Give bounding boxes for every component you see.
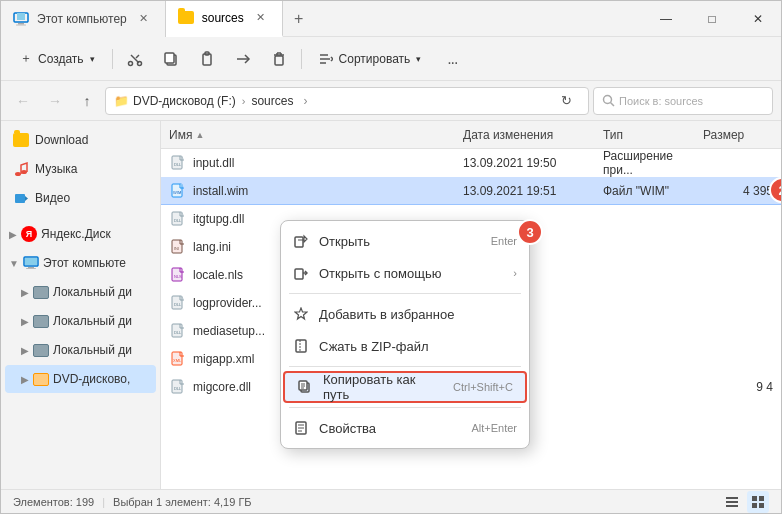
sidebar-item-video[interactable]: Видео bbox=[5, 184, 156, 212]
svg-point-6 bbox=[128, 61, 132, 65]
svg-text:DLL: DLL bbox=[174, 386, 182, 391]
sidebar-item-local1[interactable]: ▶ Локальный ди bbox=[5, 278, 156, 306]
svg-text:XML: XML bbox=[173, 358, 182, 363]
forward-button[interactable]: → bbox=[41, 87, 69, 115]
address-box[interactable]: 📁 DVD-дисковод (F:) › sources › ↻ bbox=[105, 87, 589, 115]
col-header-size[interactable]: Размер bbox=[703, 128, 773, 142]
expand-icon-yandex: ▶ bbox=[9, 229, 17, 240]
svg-rect-24 bbox=[15, 194, 25, 203]
expand-icon-computer: ▼ bbox=[9, 258, 19, 269]
refresh-button[interactable]: ↻ bbox=[552, 87, 580, 115]
sort-button[interactable]: Сортировать ▾ bbox=[308, 43, 433, 75]
svg-rect-56 bbox=[295, 269, 303, 279]
file-name-lang: lang.ini bbox=[193, 240, 231, 254]
details-view-button[interactable] bbox=[721, 491, 743, 513]
sort-label: Сортировать bbox=[339, 52, 411, 66]
toolbar: ＋ Создать ▾ bbox=[1, 37, 781, 81]
create-button[interactable]: ＋ Создать ▾ bbox=[9, 43, 106, 75]
sources-tab-icon bbox=[178, 10, 194, 26]
col-name-label: Имя bbox=[169, 128, 192, 142]
back-button[interactable]: ← bbox=[9, 87, 37, 115]
copy-button[interactable] bbox=[155, 43, 187, 75]
search-placeholder: Поиск в: sources bbox=[619, 95, 703, 107]
svg-rect-9 bbox=[165, 53, 174, 63]
trash-icon bbox=[271, 51, 287, 67]
sidebar-item-yandex[interactable]: ▶ Я Яндекс.Диск bbox=[5, 220, 156, 248]
minimize-button[interactable]: — bbox=[643, 1, 689, 37]
up-button[interactable]: ↑ bbox=[73, 87, 101, 115]
sidebar-item-music-label: Музыка bbox=[35, 162, 77, 176]
delete-button[interactable] bbox=[263, 43, 295, 75]
share-button[interactable] bbox=[227, 43, 259, 75]
file-list-header: Имя ▲ Дата изменения Тип Размер bbox=[161, 121, 781, 149]
paste-button[interactable] bbox=[191, 43, 223, 75]
maximize-button[interactable]: □ bbox=[689, 1, 735, 37]
svg-text:DLL: DLL bbox=[174, 302, 182, 307]
svg-rect-55 bbox=[295, 237, 303, 247]
col-date-label: Дата изменения bbox=[463, 128, 553, 142]
cut-button[interactable] bbox=[119, 43, 151, 75]
ctx-zip[interactable]: Сжать в ZIP-файл bbox=[281, 330, 529, 362]
tab-sources[interactable]: sources ✕ bbox=[166, 1, 283, 37]
create-icon: ＋ bbox=[20, 50, 32, 67]
address-sep1: › bbox=[242, 95, 246, 107]
step-badge-3: 3 bbox=[517, 219, 543, 245]
file-row-install-wim[interactable]: WIM install.wim 13.09.2021 19:51 Файл "W… bbox=[161, 177, 781, 205]
status-items-count: Элементов: 199 bbox=[13, 496, 94, 508]
file-name-input-dll: input.dll bbox=[193, 156, 234, 170]
ctx-open-with[interactable]: Открыть с помощью › bbox=[281, 257, 529, 289]
col-header-date[interactable]: Дата изменения bbox=[463, 128, 603, 142]
ctx-copy-path-label: Копировать как путь bbox=[323, 372, 443, 402]
more-button[interactable]: ... bbox=[436, 43, 468, 75]
tab-my-computer[interactable]: Этот компьютер ✕ bbox=[1, 1, 166, 37]
ctx-open[interactable]: Открыть Enter bbox=[281, 225, 529, 257]
star-icon bbox=[293, 306, 309, 322]
new-tab-button[interactable]: + bbox=[283, 3, 315, 35]
file-size-migcore: 9 4 bbox=[703, 380, 773, 394]
window-controls: — □ ✕ bbox=[643, 1, 781, 37]
svg-text:NLS: NLS bbox=[174, 274, 182, 279]
svg-rect-50 bbox=[726, 505, 738, 507]
search-icon bbox=[602, 94, 615, 107]
ctx-divider-1 bbox=[289, 293, 521, 294]
sidebar-item-dvd[interactable]: ▶ DVD-дисково, bbox=[5, 365, 156, 393]
sidebar-local1-label: Локальный ди bbox=[53, 285, 132, 299]
col-header-name[interactable]: Имя ▲ bbox=[169, 128, 463, 142]
col-header-type[interactable]: Тип bbox=[603, 128, 703, 142]
file-name-itgtupg: itgtupg.dll bbox=[193, 212, 244, 226]
ctx-favorite[interactable]: Добавить в избранное bbox=[281, 298, 529, 330]
address-part1: DVD-дисковод (F:) bbox=[133, 94, 236, 108]
toolbar-divider-2 bbox=[301, 49, 302, 69]
svg-point-7 bbox=[137, 61, 141, 65]
file-size-install-wim: 4 395 bbox=[703, 184, 773, 198]
file-date-input-dll: 13.09.2021 19:50 bbox=[463, 156, 603, 170]
search-box[interactable]: Поиск в: sources bbox=[593, 87, 773, 115]
expand-icon-local2: ▶ bbox=[21, 316, 29, 327]
svg-point-22 bbox=[15, 172, 21, 176]
expand-icon-local3: ▶ bbox=[21, 345, 29, 356]
more-icon: ... bbox=[447, 50, 457, 68]
svg-text:DLL: DLL bbox=[174, 218, 182, 223]
statusbar: Элементов: 199 | Выбран 1 элемент: 4,19 … bbox=[1, 489, 781, 513]
file-name-logprovider: logprovider... bbox=[193, 296, 262, 310]
sidebar-item-local2[interactable]: ▶ Локальный ди bbox=[5, 307, 156, 335]
sidebar-item-video-label: Видео bbox=[35, 191, 70, 205]
file-name-mediasetup: mediasetup... bbox=[193, 324, 265, 338]
file-row-input-dll[interactable]: DLL input.dll 13.09.2021 19:50 Расширени… bbox=[161, 149, 781, 177]
sidebar-item-computer[interactable]: ▼ Этот компьюте bbox=[5, 249, 156, 277]
svg-rect-52 bbox=[759, 496, 764, 501]
sidebar-item-local3[interactable]: ▶ Локальный ди bbox=[5, 336, 156, 364]
list-view-button[interactable] bbox=[747, 491, 769, 513]
ctx-copy-path[interactable]: Копировать как путь Ctrl+Shift+C 3 bbox=[283, 371, 527, 403]
open-with-icon bbox=[293, 265, 309, 281]
sidebar-item-music[interactable]: Музыка bbox=[5, 155, 156, 183]
close-button[interactable]: ✕ bbox=[735, 1, 781, 37]
sidebar-item-download[interactable]: Download bbox=[5, 126, 156, 154]
ctx-favorite-label: Добавить в избранное bbox=[319, 307, 517, 322]
sidebar-dvd-label: DVD-дисково, bbox=[53, 372, 130, 386]
address-chevron[interactable]: › bbox=[297, 93, 313, 109]
tab-my-computer-close[interactable]: ✕ bbox=[135, 10, 153, 28]
ctx-properties[interactable]: Свойства Alt+Enter bbox=[281, 412, 529, 444]
tab-sources-close[interactable]: ✕ bbox=[252, 9, 270, 27]
svg-text:WIM: WIM bbox=[173, 190, 181, 195]
